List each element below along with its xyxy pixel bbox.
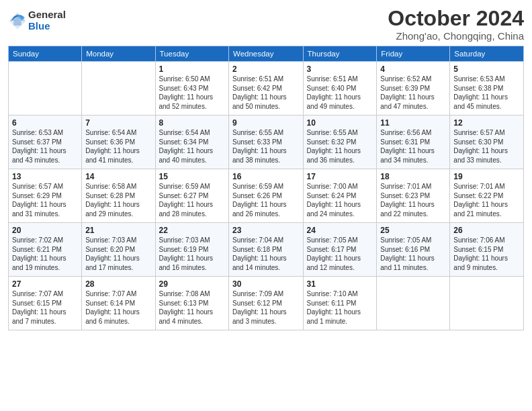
location-title: Zhong'ao, Chongqing, China <box>388 30 524 42</box>
calendar-cell: 22Sunrise: 7:03 AM Sunset: 6:19 PM Dayli… <box>155 223 228 277</box>
day-info: Sunrise: 7:04 AM Sunset: 6:18 PM Dayligh… <box>232 236 300 272</box>
calendar-cell: 6Sunrise: 6:53 AM Sunset: 6:37 PM Daylig… <box>9 116 82 169</box>
day-number: 21 <box>85 226 151 235</box>
day-number: 10 <box>307 118 373 128</box>
day-number: 15 <box>159 172 225 181</box>
logo: General Blue <box>8 9 66 32</box>
day-number: 6 <box>12 118 78 128</box>
day-number: 20 <box>12 226 78 235</box>
calendar-header-row: Sunday Monday Tuesday Wednesday Thursday… <box>9 46 524 62</box>
calendar-cell: 9Sunrise: 6:55 AM Sunset: 6:33 PM Daylig… <box>228 116 303 169</box>
day-number: 1 <box>159 64 225 74</box>
day-info: Sunrise: 7:05 AM Sunset: 6:17 PM Dayligh… <box>307 236 373 272</box>
day-number: 7 <box>85 118 151 128</box>
day-number: 17 <box>307 172 373 181</box>
header-saturday: Saturday <box>450 46 524 62</box>
calendar-cell: 1Sunrise: 6:50 AM Sunset: 6:43 PM Daylig… <box>155 62 228 116</box>
day-number: 13 <box>12 172 78 181</box>
header-row: General Blue October 2024 Zhong'ao, Chon… <box>8 7 524 42</box>
day-number: 27 <box>12 279 78 289</box>
calendar-cell: 23Sunrise: 7:04 AM Sunset: 6:18 PM Dayli… <box>228 223 303 277</box>
calendar-cell: 16Sunrise: 6:59 AM Sunset: 6:26 PM Dayli… <box>228 169 303 223</box>
day-number: 4 <box>380 64 446 74</box>
day-number: 16 <box>232 172 300 181</box>
main-container: General Blue October 2024 Zhong'ao, Chon… <box>0 0 532 336</box>
day-info: Sunrise: 6:56 AM Sunset: 6:31 PM Dayligh… <box>380 128 446 165</box>
day-number: 29 <box>159 279 225 289</box>
month-title: October 2024 <box>388 7 524 30</box>
calendar-cell: 24Sunrise: 7:05 AM Sunset: 6:17 PM Dayli… <box>303 223 377 277</box>
calendar-cell: 29Sunrise: 7:08 AM Sunset: 6:13 PM Dayli… <box>155 277 228 330</box>
day-info: Sunrise: 7:07 AM Sunset: 6:14 PM Dayligh… <box>85 289 151 326</box>
calendar-week-row-5: 27Sunrise: 7:07 AM Sunset: 6:15 PM Dayli… <box>9 277 524 330</box>
day-info: Sunrise: 6:50 AM Sunset: 6:43 PM Dayligh… <box>159 75 225 111</box>
calendar-cell: 12Sunrise: 6:57 AM Sunset: 6:30 PM Dayli… <box>450 116 524 169</box>
day-info: Sunrise: 6:55 AM Sunset: 6:32 PM Dayligh… <box>307 128 373 165</box>
day-info: Sunrise: 6:59 AM Sunset: 6:26 PM Dayligh… <box>232 182 300 218</box>
day-number: 14 <box>85 172 151 181</box>
day-info: Sunrise: 7:01 AM Sunset: 6:23 PM Dayligh… <box>380 182 446 218</box>
day-info: Sunrise: 6:53 AM Sunset: 6:37 PM Dayligh… <box>12 128 78 165</box>
day-number: 22 <box>159 226 225 235</box>
day-info: Sunrise: 6:54 AM Sunset: 6:36 PM Dayligh… <box>85 128 151 165</box>
day-number: 23 <box>232 226 300 235</box>
calendar-cell: 20Sunrise: 7:02 AM Sunset: 6:21 PM Dayli… <box>9 223 82 277</box>
calendar-cell: 8Sunrise: 6:54 AM Sunset: 6:34 PM Daylig… <box>155 116 228 169</box>
calendar-table: Sunday Monday Tuesday Wednesday Thursday… <box>8 46 524 330</box>
day-number: 26 <box>453 226 520 235</box>
day-info: Sunrise: 6:54 AM Sunset: 6:34 PM Dayligh… <box>159 128 225 165</box>
day-number: 18 <box>380 172 446 181</box>
header-tuesday: Tuesday <box>155 46 228 62</box>
day-number: 11 <box>380 118 446 128</box>
title-block: October 2024 Zhong'ao, Chongqing, China <box>388 7 524 42</box>
calendar-cell: 5Sunrise: 6:53 AM Sunset: 6:38 PM Daylig… <box>450 62 524 116</box>
day-number: 9 <box>232 118 300 128</box>
calendar-week-row-2: 6Sunrise: 6:53 AM Sunset: 6:37 PM Daylig… <box>9 116 524 169</box>
day-info: Sunrise: 7:03 AM Sunset: 6:20 PM Dayligh… <box>85 236 151 272</box>
calendar-cell: 30Sunrise: 7:09 AM Sunset: 6:12 PM Dayli… <box>228 277 303 330</box>
day-info: Sunrise: 7:08 AM Sunset: 6:13 PM Dayligh… <box>159 289 225 326</box>
calendar-cell: 25Sunrise: 7:05 AM Sunset: 6:16 PM Dayli… <box>377 223 450 277</box>
day-number: 19 <box>453 172 520 181</box>
calendar-cell: 21Sunrise: 7:03 AM Sunset: 6:20 PM Dayli… <box>82 223 155 277</box>
day-number: 3 <box>307 64 373 74</box>
day-number: 5 <box>453 64 520 74</box>
calendar-week-row-4: 20Sunrise: 7:02 AM Sunset: 6:21 PM Dayli… <box>9 223 524 277</box>
calendar-cell: 10Sunrise: 6:55 AM Sunset: 6:32 PM Dayli… <box>303 116 377 169</box>
calendar-cell: 27Sunrise: 7:07 AM Sunset: 6:15 PM Dayli… <box>9 277 82 330</box>
calendar-cell: 7Sunrise: 6:54 AM Sunset: 6:36 PM Daylig… <box>82 116 155 169</box>
calendar-cell: 15Sunrise: 6:59 AM Sunset: 6:27 PM Dayli… <box>155 169 228 223</box>
day-info: Sunrise: 7:06 AM Sunset: 6:15 PM Dayligh… <box>453 236 520 272</box>
day-info: Sunrise: 6:58 AM Sunset: 6:28 PM Dayligh… <box>85 182 151 218</box>
day-number: 8 <box>159 118 225 128</box>
calendar-cell: 11Sunrise: 6:56 AM Sunset: 6:31 PM Dayli… <box>377 116 450 169</box>
logo-general-text: General <box>28 9 66 21</box>
day-info: Sunrise: 7:02 AM Sunset: 6:21 PM Dayligh… <box>12 236 78 272</box>
calendar-cell <box>450 277 524 330</box>
header-wednesday: Wednesday <box>228 46 303 62</box>
logo-blue-text: Blue <box>28 21 66 32</box>
header-sunday: Sunday <box>9 46 82 62</box>
calendar-cell: 13Sunrise: 6:57 AM Sunset: 6:29 PM Dayli… <box>9 169 82 223</box>
day-info: Sunrise: 7:10 AM Sunset: 6:11 PM Dayligh… <box>307 289 373 326</box>
day-info: Sunrise: 6:51 AM Sunset: 6:40 PM Dayligh… <box>307 75 373 111</box>
calendar-cell: 19Sunrise: 7:01 AM Sunset: 6:22 PM Dayli… <box>450 169 524 223</box>
day-number: 12 <box>453 118 520 128</box>
header-friday: Friday <box>377 46 450 62</box>
day-info: Sunrise: 6:55 AM Sunset: 6:33 PM Dayligh… <box>232 128 300 165</box>
calendar-week-row-1: 1Sunrise: 6:50 AM Sunset: 6:43 PM Daylig… <box>9 62 524 116</box>
day-number: 24 <box>307 226 373 235</box>
day-info: Sunrise: 6:59 AM Sunset: 6:27 PM Dayligh… <box>159 182 225 218</box>
calendar-cell: 14Sunrise: 6:58 AM Sunset: 6:28 PM Dayli… <box>82 169 155 223</box>
day-info: Sunrise: 7:07 AM Sunset: 6:15 PM Dayligh… <box>12 289 78 326</box>
day-info: Sunrise: 7:03 AM Sunset: 6:19 PM Dayligh… <box>159 236 225 272</box>
calendar-cell: 4Sunrise: 6:52 AM Sunset: 6:39 PM Daylig… <box>377 62 450 116</box>
day-info: Sunrise: 6:53 AM Sunset: 6:38 PM Dayligh… <box>453 75 520 111</box>
header-monday: Monday <box>82 46 155 62</box>
day-number: 28 <box>85 279 151 289</box>
day-number: 2 <box>232 64 300 74</box>
calendar-week-row-3: 13Sunrise: 6:57 AM Sunset: 6:29 PM Dayli… <box>9 169 524 223</box>
logo-icon <box>8 11 27 30</box>
calendar-cell <box>377 277 450 330</box>
calendar-cell: 3Sunrise: 6:51 AM Sunset: 6:40 PM Daylig… <box>303 62 377 116</box>
